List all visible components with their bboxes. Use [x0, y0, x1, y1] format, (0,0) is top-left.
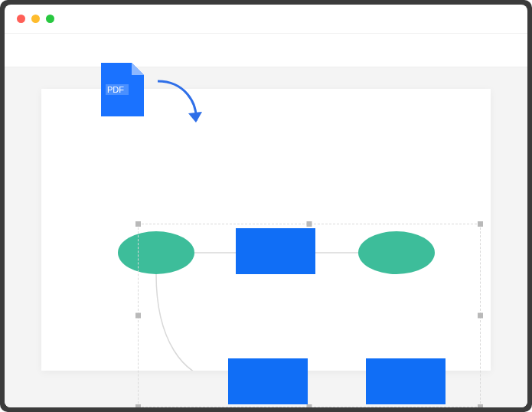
minimize-icon[interactable] — [31, 15, 40, 23]
selection-box[interactable] — [138, 224, 481, 407]
toolbar — [5, 34, 527, 67]
pdf-label: PDF — [107, 85, 124, 94]
resize-handle-tl[interactable] — [135, 221, 141, 227]
titlebar — [5, 5, 527, 34]
pdf-file-icon[interactable]: PDF — [101, 63, 144, 116]
resize-handle-tr[interactable] — [478, 221, 483, 227]
resize-handle-br[interactable] — [478, 404, 483, 407]
resize-handle-mr[interactable] — [478, 313, 483, 319]
resize-handle-bl[interactable] — [135, 404, 141, 407]
canvas[interactable] — [41, 89, 491, 371]
workspace — [5, 67, 527, 407]
zoom-icon[interactable] — [46, 15, 54, 23]
resize-handle-tm[interactable] — [307, 221, 312, 227]
resize-handle-bm[interactable] — [307, 404, 312, 407]
app-window: PDF — [5, 5, 527, 407]
close-icon[interactable] — [17, 15, 25, 23]
resize-handle-ml[interactable] — [135, 313, 141, 319]
